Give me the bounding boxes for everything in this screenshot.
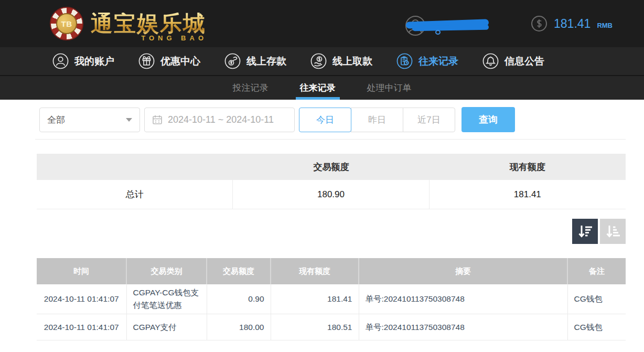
quick-yesterday-button[interactable]: 昨日 [351,108,403,132]
summary-trade-total: 180.90 [233,180,429,209]
main-content: 全部 2024-10-11 ~ 2024-10-11 今日 昨日 近7日 查询 … [0,100,644,340]
withdraw-icon [310,53,327,69]
sort-ascending-icon [605,223,621,240]
date-range-value: 2024-10-11 ~ 2024-10-11 [168,114,274,125]
balance-amount: 181.41 [554,17,591,31]
header-account-area: 181.41 RMB [405,12,613,35]
tab-pending-orders[interactable]: 处理中订单 [365,76,414,100]
summary-header-balance: 现有额度 [430,154,626,180]
summary-header-trade: 交易额度 [233,154,429,180]
redacted-username-scribble [412,25,489,31]
cell-category: CGPAY-CG钱包支付笔笔送优惠 [126,284,207,314]
brand-text: 通宝娱乐城 TONG BAO [91,13,211,35]
summary-total-label: 总计 [37,180,233,209]
nav-withdraw[interactable]: 线上取款 [310,53,372,69]
quick-today-button[interactable]: 今日 [299,108,351,132]
col-time: 时间 [37,258,126,284]
type-select[interactable]: 全部 [39,108,140,132]
cell-summary: 单号:202410113750308748 [359,284,567,314]
nav-deposit[interactable]: 线上存款 [224,53,286,69]
filter-divider [35,139,626,140]
col-category: 交易类别 [126,258,207,284]
summary-table: 交易额度 现有额度 总计 180.90 181.41 [37,154,626,209]
calendar-icon [152,114,163,125]
filter-bar: 全部 2024-10-11 ~ 2024-10-11 今日 昨日 近7日 查询 [39,107,626,132]
col-amount: 交易额度 [207,258,271,284]
sort-descending-icon [577,223,594,240]
nav-label: 我的账户 [74,55,114,68]
table-header-row: 时间 交易类别 交易额度 现有额度 摘要 备注 [37,258,626,284]
main-nav: 我的账户 优惠中心 线上存款 线上取款 [0,47,644,75]
cell-balance: 181.41 [271,284,359,314]
poker-chip-icon: TB [50,7,83,40]
col-note: 备注 [567,258,626,284]
col-balance: 现有额度 [271,258,359,284]
sort-controls [37,219,626,244]
username-area[interactable] [405,12,499,35]
quick-date-group: 今日 昨日 近7日 [299,108,455,132]
records-icon [396,53,413,69]
sort-ascending-button[interactable] [600,219,626,244]
transactions-table: 时间 交易类别 交易额度 现有额度 摘要 备注 2024-10-11 01:41… [37,258,626,340]
date-range-input[interactable]: 2024-10-11 ~ 2024-10-11 [144,108,295,132]
summary-balance-total: 181.41 [430,180,626,209]
balance-currency: RMB [597,22,613,29]
quick-7days-button[interactable]: 近7日 [403,108,455,132]
tab-bet-records[interactable]: 投注记录 [231,76,271,100]
record-tabs: 投注记录 往来记录 处理中订单 [0,75,644,100]
chevron-down-icon [126,118,132,122]
cell-balance: 180.51 [271,314,359,340]
tab-transaction-records[interactable]: 往来记录 [298,76,338,100]
col-summary: 摘要 [359,258,567,284]
announcement-bell-icon [482,53,499,69]
balance-display[interactable]: 181.41 RMB [531,15,613,32]
sort-descending-button[interactable] [572,219,598,244]
cell-time: 2024-10-11 01:41:07 [37,314,126,340]
nav-my-account[interactable]: 我的账户 [52,53,114,69]
search-button[interactable]: 查询 [461,107,515,132]
nav-announcements[interactable]: 信息公告 [482,53,544,69]
table-row: 2024-10-11 01:41:07 CGPAY-CG钱包支付笔笔送优惠 0.… [37,284,626,314]
nav-label: 往来记录 [418,55,458,68]
nav-label: 信息公告 [505,55,544,68]
summary-total-row: 总计 180.90 181.41 [37,180,626,209]
type-select-value: 全部 [47,114,65,126]
cell-time: 2024-10-11 01:41:07 [37,284,126,314]
dollar-coin-icon [531,15,548,32]
cell-amount: 180.00 [207,314,271,340]
cell-category: CGPAY支付 [126,314,207,340]
nav-promotions[interactable]: 优惠中心 [138,53,200,69]
brand-name-cn: 通宝娱乐城 [91,13,206,35]
top-header: TB 通宝娱乐城 TONG BAO 181.41 RMB [0,0,644,47]
nav-transaction-records[interactable]: 往来记录 [396,53,458,69]
brand-logo[interactable]: TB 通宝娱乐城 TONG BAO [50,7,211,40]
brand-name-en: TONG BAO [141,34,207,42]
user-icon [52,53,69,69]
nav-label: 优惠中心 [160,55,200,68]
cell-note: CG钱包 [567,314,626,340]
cell-note: CG钱包 [567,284,626,314]
chip-monogram: TB [56,13,77,34]
cell-summary: 单号:202410113750308748 [359,314,567,340]
cell-amount: 0.90 [207,284,271,314]
redacted-username-scribble [435,30,441,35]
nav-label: 线上存款 [246,55,286,68]
table-row: 2024-10-11 01:41:07 CGPAY支付 180.00 180.5… [37,314,626,340]
gift-icon [138,53,155,69]
summary-header-blank [37,154,233,180]
summary-header-row: 交易额度 现有额度 [37,154,626,180]
nav-label: 线上取款 [332,55,372,68]
deposit-icon [224,53,241,69]
